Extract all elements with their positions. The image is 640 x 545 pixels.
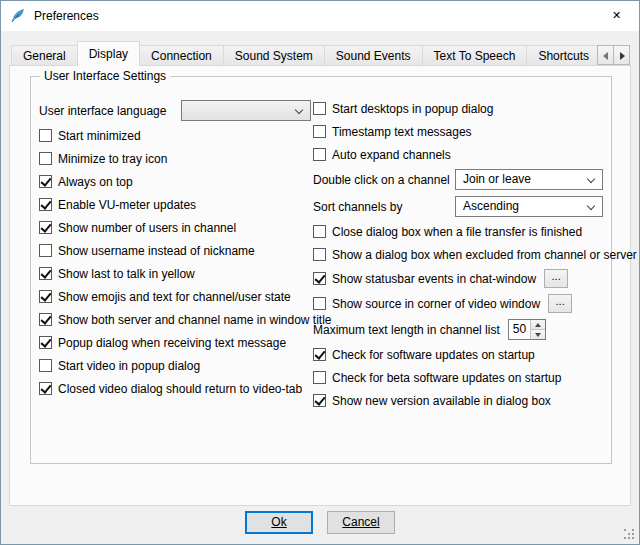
checkbox-label: Show last to talk in yellow <box>58 267 195 281</box>
tab-scroll-right-icon[interactable] <box>613 45 630 65</box>
checkbox-row[interactable]: Show number of users in channel <box>39 216 311 239</box>
checkbox-label: Timestamp text messages <box>332 125 472 139</box>
tab-display[interactable]: Display <box>77 41 140 66</box>
titlebar[interactable]: Preferences ✕ <box>1 1 639 31</box>
checkbox-label: Show new version available in dialog box <box>332 394 551 408</box>
tab-text-to-speech[interactable]: Text To Speech <box>422 45 528 66</box>
max-text-length-row: Maximum text length in channel list 50 <box>313 316 603 343</box>
checkbox-label: Show a dialog box when excluded from cha… <box>332 248 637 262</box>
checkbox[interactable] <box>39 244 52 257</box>
checkbox-row[interactable]: Show both server and channel name in win… <box>39 308 311 331</box>
resize-grip[interactable] <box>624 529 636 541</box>
tab-scroll-left-icon[interactable] <box>597 45 614 65</box>
checkbox[interactable] <box>39 336 52 349</box>
window-title: Preferences <box>34 9 99 23</box>
tab-sound-system[interactable]: Sound System <box>223 45 325 66</box>
checkbox-label: Minimize to tray icon <box>58 152 167 166</box>
checkbox-row[interactable]: Check for beta software updates on start… <box>313 366 603 389</box>
checkbox-label: Show emojis and text for channel/user st… <box>58 290 291 304</box>
checkbox-row[interactable]: Closed video dialog should return to vid… <box>39 377 311 400</box>
checkbox-row[interactable]: Timestamp text messages <box>313 120 603 143</box>
cancel-button-label: Cancel <box>342 515 379 529</box>
tab-sound-events[interactable]: Sound Events <box>324 45 423 66</box>
checkbox[interactable] <box>39 267 52 280</box>
checkbox-row[interactable]: Popup dialog when receiving text message <box>39 331 311 354</box>
spinner-buttons <box>530 320 545 339</box>
checkbox[interactable] <box>313 225 326 238</box>
checkbox-label: Auto expand channels <box>332 148 451 162</box>
checkbox[interactable] <box>313 272 326 285</box>
video-source-row[interactable]: Show source in corner of video window ..… <box>313 291 603 316</box>
checkbox-row[interactable]: Show a dialog box when excluded from cha… <box>313 243 603 266</box>
checkbox[interactable] <box>39 152 52 165</box>
tab-bar: General Display Connection Sound System … <box>11 41 629 66</box>
checkbox[interactable] <box>313 348 326 361</box>
checkbox-row[interactable]: Enable VU-meter updates <box>39 193 311 216</box>
checkbox-label: Show both server and channel name in win… <box>58 313 332 327</box>
checkbox-row[interactable]: Check for software updates on startup <box>313 343 603 366</box>
statusbar-more-button[interactable]: ... <box>544 269 568 288</box>
checkbox[interactable] <box>39 313 52 326</box>
checkbox-row[interactable]: Start desktops in popup dialog <box>313 97 603 120</box>
checkbox-label: Show source in corner of video window <box>332 297 540 311</box>
max-text-length-spinner[interactable]: 50 <box>508 319 546 340</box>
chevron-down-icon <box>587 175 595 183</box>
language-label: User interface language <box>39 104 166 118</box>
language-combobox[interactable] <box>181 100 311 121</box>
checkbox[interactable] <box>39 129 52 142</box>
close-icon[interactable]: ✕ <box>594 1 639 30</box>
checkbox-row[interactable]: Show username instead of nickname <box>39 239 311 262</box>
checkbox[interactable] <box>39 359 52 372</box>
sort-channels-label: Sort channels by <box>313 200 402 214</box>
sort-channels-row: Sort channels by Ascending <box>313 193 603 220</box>
checkbox[interactable] <box>313 125 326 138</box>
chevron-down-icon <box>295 106 303 114</box>
checkbox-row[interactable]: Auto expand channels <box>313 143 603 166</box>
checkbox-row[interactable]: Start minimized <box>39 124 311 147</box>
checkbox-label: Popup dialog when receiving text message <box>58 336 286 350</box>
cancel-button[interactable]: Cancel <box>327 511 395 534</box>
tab-connection[interactable]: Connection <box>139 45 224 66</box>
display-tab-pane: User Interface Settings User interface l… <box>9 65 631 506</box>
checkbox[interactable] <box>39 198 52 211</box>
chevron-down-icon <box>587 202 595 210</box>
double-click-value: Join or leave <box>463 172 531 186</box>
checkbox-row[interactable]: Start video in popup dialog <box>39 354 311 377</box>
tab-shortcuts[interactable]: Shortcuts <box>526 45 601 66</box>
spinner-down-icon[interactable] <box>531 329 545 339</box>
checkbox[interactable] <box>313 394 326 407</box>
checkbox[interactable] <box>313 148 326 161</box>
spinner-value[interactable]: 50 <box>509 320 530 339</box>
checkbox[interactable] <box>313 297 326 310</box>
statusbar-events-row[interactable]: Show statusbar events in chat-window ... <box>313 266 603 291</box>
checkbox-label: Start video in popup dialog <box>58 359 200 373</box>
checkbox-row[interactable]: Show emojis and text for channel/user st… <box>39 285 311 308</box>
checkbox[interactable] <box>39 175 52 188</box>
checkbox[interactable] <box>313 102 326 115</box>
preferences-dialog: Preferences ✕ General Display Connection… <box>0 0 640 545</box>
checkbox[interactable] <box>313 371 326 384</box>
right-column: Start desktops in popup dialog Timestamp… <box>313 97 603 412</box>
checkbox-row[interactable]: Show new version available in dialog box <box>313 389 603 412</box>
checkbox[interactable] <box>39 290 52 303</box>
checkbox-row[interactable]: Close dialog box when a file transfer is… <box>313 220 603 243</box>
video-source-more-button[interactable]: ... <box>548 294 572 313</box>
checkbox-label: Always on top <box>58 175 133 189</box>
checkbox-label: Close dialog box when a file transfer is… <box>332 225 582 239</box>
checkbox-row[interactable]: Minimize to tray icon <box>39 147 311 170</box>
checkbox-row[interactable]: Show last to talk in yellow <box>39 262 311 285</box>
checkbox-label: Start minimized <box>58 129 141 143</box>
checkbox-row[interactable]: Always on top <box>39 170 311 193</box>
checkbox-label: Show number of users in channel <box>58 221 236 235</box>
double-click-combobox[interactable]: Join or leave <box>455 169 603 190</box>
checkbox[interactable] <box>313 248 326 261</box>
spinner-up-icon[interactable] <box>531 320 545 329</box>
user-interface-settings-group: User Interface Settings User interface l… <box>30 76 612 464</box>
tab-general[interactable]: General <box>11 45 78 66</box>
checkbox[interactable] <box>39 221 52 234</box>
ok-button[interactable]: Ok <box>245 511 313 534</box>
checkbox-label: Show statusbar events in chat-window <box>332 272 536 286</box>
sort-channels-combobox[interactable]: Ascending <box>455 196 603 217</box>
checkbox[interactable] <box>39 382 52 395</box>
left-column: User interface language Start minimized … <box>39 97 311 400</box>
